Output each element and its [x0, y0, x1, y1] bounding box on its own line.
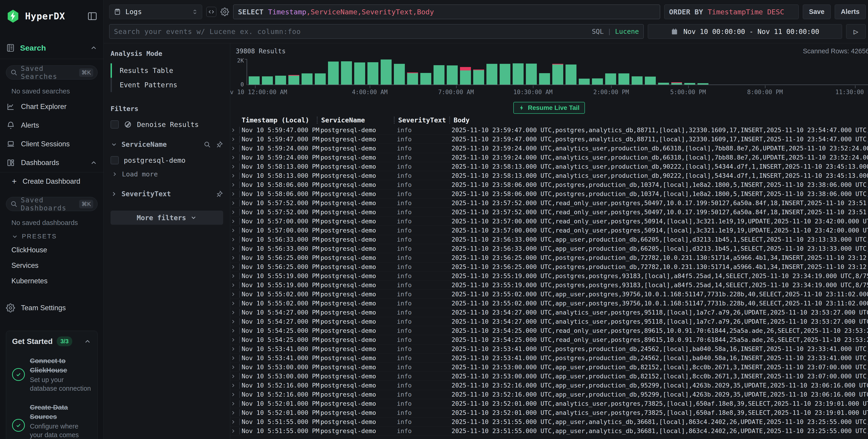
- sidebar-item-alerts[interactable]: Alerts: [6, 116, 98, 135]
- histogram-bar[interactable]: [419, 59, 432, 85]
- table-row[interactable]: Nov 10 5:52:16.000 PMpostgresql-demoinfo…: [230, 390, 868, 399]
- row-expand-chevron-icon[interactable]: [230, 346, 242, 352]
- histogram-bar[interactable]: [379, 59, 393, 85]
- histogram-bar[interactable]: [274, 59, 287, 85]
- histogram-bar[interactable]: [248, 59, 261, 85]
- row-expand-chevron-icon[interactable]: [230, 337, 242, 343]
- row-expand-chevron-icon[interactable]: [230, 300, 242, 307]
- histogram-bar[interactable]: [314, 59, 327, 85]
- table-row[interactable]: Nov 10 5:53:41.000 PMpostgresql-demoinfo…: [230, 353, 868, 363]
- histogram-bar[interactable]: [630, 59, 644, 85]
- source-select[interactable]: Logs: [109, 5, 202, 19]
- pin-icon[interactable]: [216, 141, 223, 148]
- table-row[interactable]: Nov 10 5:54:25.000 PMpostgresql-demoinfo…: [230, 335, 868, 344]
- filter-group-severitytext[interactable]: SeverityText: [111, 190, 223, 198]
- histogram-bar[interactable]: [763, 59, 776, 85]
- row-expand-chevron-icon[interactable]: [230, 309, 242, 316]
- histogram-bars[interactable]: [248, 59, 868, 85]
- row-expand-chevron-icon[interactable]: [230, 191, 242, 197]
- histogram-bar[interactable]: [301, 59, 314, 85]
- table-row[interactable]: Nov 10 5:56:25.000 PMpostgresql-demoinfo…: [230, 253, 868, 262]
- filter-group-servicename[interactable]: ServiceName: [111, 140, 223, 148]
- presets-toggle[interactable]: PRESETS: [6, 229, 98, 242]
- histogram-bar[interactable]: [855, 59, 868, 85]
- table-row[interactable]: Nov 10 5:54:27.000 PMpostgresql-demoinfo…: [230, 308, 868, 317]
- table-row[interactable]: Nov 10 5:53:00.000 PMpostgresql-demoinfo…: [230, 372, 868, 381]
- histogram-bar[interactable]: [366, 59, 379, 85]
- table-row[interactable]: Nov 10 5:52:01.000 PMpostgresql-demoinfo…: [230, 399, 868, 408]
- row-expand-chevron-icon[interactable]: [230, 127, 242, 133]
- run-query-button[interactable]: ▷: [846, 24, 866, 39]
- sidebar-item-team-settings[interactable]: Team Settings: [6, 303, 98, 313]
- histogram-bar[interactable]: [498, 59, 512, 85]
- histogram-bar[interactable]: [564, 59, 578, 85]
- table-row[interactable]: Nov 10 5:52:16.000 PMpostgresql-demoinfo…: [230, 381, 868, 390]
- row-expand-chevron-icon[interactable]: [230, 318, 242, 325]
- histogram-bar[interactable]: [406, 59, 419, 85]
- chevron-up-icon[interactable]: [84, 338, 91, 345]
- row-expand-chevron-icon[interactable]: [230, 282, 242, 288]
- histogram-bar[interactable]: [683, 59, 696, 85]
- table-row[interactable]: Nov 10 5:51:55.000 PMpostgresql-demoinfo…: [230, 417, 868, 427]
- histogram-bar[interactable]: [393, 59, 406, 85]
- table-row[interactable]: Nov 10 5:53:41.000 PMpostgresql-demoinfo…: [230, 344, 868, 353]
- row-expand-chevron-icon[interactable]: [230, 291, 242, 298]
- event-search-input[interactable]: Search your events w/ Lucene ex. column:…: [109, 24, 644, 39]
- histogram-bar[interactable]: [776, 59, 789, 85]
- get-started-step[interactable]: Connect to ClickHouseSet up your databas…: [12, 356, 91, 393]
- table-row[interactable]: Nov 10 5:56:33.000 PMpostgresql-demoinfo…: [230, 244, 868, 253]
- denoise-checkbox[interactable]: [111, 120, 119, 129]
- table-row[interactable]: Nov 10 5:55:02.000 PMpostgresql-demoinfo…: [230, 290, 868, 299]
- table-row[interactable]: Nov 10 5:52:01.000 PMpostgresql-demoinfo…: [230, 408, 868, 417]
- row-expand-chevron-icon[interactable]: [230, 154, 242, 161]
- histogram-bar[interactable]: [261, 59, 274, 85]
- language-toggle[interactable]: SQL | Lucene: [592, 28, 639, 35]
- table-row[interactable]: Nov 10 5:58:06.000 PMpostgresql-demoinfo…: [230, 189, 868, 198]
- histogram-bar[interactable]: [657, 59, 670, 85]
- alerts-button[interactable]: Alerts: [835, 5, 866, 19]
- row-expand-chevron-icon[interactable]: [230, 400, 242, 407]
- histogram-bar[interactable]: [445, 59, 459, 85]
- histogram-bar[interactable]: [789, 59, 802, 85]
- table-row[interactable]: Nov 10 5:59:47.000 PMpostgresql-demoinfo…: [230, 135, 868, 144]
- histogram-bar[interactable]: [472, 59, 485, 85]
- row-expand-chevron-icon[interactable]: [230, 364, 242, 371]
- events-histogram[interactable]: 2K 0 Nov 10 12:00:00 AM4:00:00 AM7:00:00…: [230, 59, 868, 94]
- histogram-bar[interactable]: [842, 59, 855, 85]
- histogram-bar[interactable]: [459, 59, 472, 85]
- histogram-bar[interactable]: [432, 59, 445, 85]
- mode-results-table[interactable]: Results Table: [111, 63, 223, 78]
- row-expand-chevron-icon[interactable]: [230, 263, 242, 270]
- histogram-bar[interactable]: [815, 59, 829, 85]
- histogram-bar[interactable]: [512, 59, 525, 85]
- histogram-bar[interactable]: [749, 59, 763, 85]
- saved-dashboards-input[interactable]: Saved Dashboards ⌘K: [6, 197, 98, 211]
- table-row[interactable]: Nov 10 5:55:02.000 PMpostgresql-demoinfo…: [230, 299, 868, 308]
- row-expand-chevron-icon[interactable]: [230, 355, 242, 362]
- row-expand-chevron-icon[interactable]: [230, 209, 242, 216]
- row-expand-chevron-icon[interactable]: [230, 373, 242, 380]
- row-expand-chevron-icon[interactable]: [230, 136, 242, 143]
- table-row[interactable]: Nov 10 5:58:13.000 PMpostgresql-demoinfo…: [230, 162, 868, 171]
- row-expand-chevron-icon[interactable]: [230, 428, 242, 434]
- row-expand-chevron-icon[interactable]: [230, 218, 242, 225]
- histogram-bar[interactable]: [736, 59, 749, 85]
- table-row[interactable]: Nov 10 5:55:19.000 PMpostgresql-demoinfo…: [230, 281, 868, 290]
- row-expand-chevron-icon[interactable]: [230, 163, 242, 170]
- table-row[interactable]: Nov 10 5:56:25.000 PMpostgresql-demoinfo…: [230, 262, 868, 272]
- column-header-servicename[interactable]: ServiceName: [317, 116, 394, 124]
- column-header-timestamp[interactable]: Timestamp (Local): [242, 116, 317, 124]
- row-expand-chevron-icon[interactable]: [230, 245, 242, 252]
- select-columns-input[interactable]: SELECT Timestamp ,ServiceName,SeverityTe…: [233, 5, 660, 19]
- mode-event-patterns[interactable]: Event Patterns: [112, 78, 223, 92]
- table-row[interactable]: Nov 10 5:57:52.000 PMpostgresql-demoinfo…: [230, 198, 868, 208]
- table-row[interactable]: Nov 10 5:59:24.000 PMpostgresql-demoinfo…: [230, 144, 868, 153]
- row-expand-chevron-icon[interactable]: [230, 418, 242, 425]
- table-row[interactable]: Nov 10 5:53:00.000 PMpostgresql-demoinfo…: [230, 363, 868, 372]
- sidebar-item-chart-explorer[interactable]: Chart Explorer: [6, 97, 98, 116]
- row-expand-chevron-icon[interactable]: [230, 273, 242, 279]
- histogram-bar[interactable]: [340, 59, 353, 85]
- chevron-up-icon[interactable]: [90, 44, 98, 52]
- row-expand-chevron-icon[interactable]: [230, 145, 242, 152]
- row-expand-chevron-icon[interactable]: [230, 409, 242, 416]
